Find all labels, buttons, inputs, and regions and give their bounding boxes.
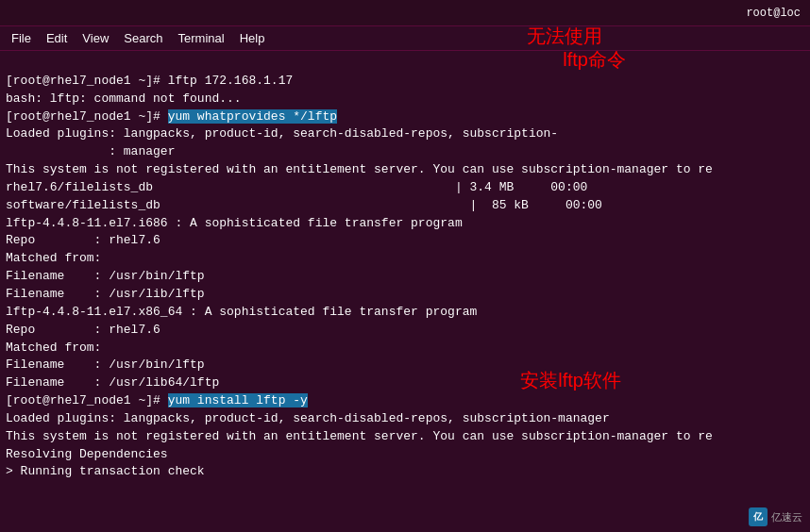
- menu-edit[interactable]: Edit: [39, 29, 75, 47]
- terminal-line-4: : manager: [6, 143, 804, 161]
- terminal-line-9: Repo : rhel7.6: [6, 232, 804, 250]
- menu-help[interactable]: Help: [232, 29, 273, 47]
- terminal-line-19: Filename : /usr/bin/lftp: [6, 357, 804, 374]
- title-bar: root@loc: [0, 0, 810, 26]
- terminal-line-10: Matched from:: [6, 250, 804, 268]
- watermark: 亿 亿速云: [749, 507, 802, 526]
- terminal-line-18: Matched from:: [6, 340, 804, 357]
- terminal-content: [root@rhel7_node1 ~]# lftp 172.168.1.17b…: [0, 51, 810, 532]
- watermark-text: 亿速云: [771, 510, 802, 524]
- terminal-line-6: rhel7.6/filelists_db | 3.4 MB 00:00: [6, 179, 804, 197]
- menu-file[interactable]: File: [4, 29, 39, 47]
- menu-terminal[interactable]: Terminal: [171, 29, 232, 47]
- terminal-line-5: This system is not registered with an en…: [6, 161, 804, 179]
- menu-view[interactable]: View: [75, 29, 116, 47]
- terminal-line-27: Resolving Dependencies: [6, 446, 804, 464]
- terminal-line-26: This system is not registered with an en…: [6, 428, 804, 446]
- menu-search[interactable]: Search: [116, 29, 170, 47]
- menu-bar: File Edit View Search Terminal Help: [0, 26, 810, 51]
- terminal-line-28: > Running transaction check: [6, 463, 804, 481]
- terminal-line-2: [root@rhel7_node1 ~]# yum whatprovides *…: [6, 108, 804, 126]
- terminal-line-3: Loaded plugins: langpacks, product-id, s…: [6, 125, 804, 143]
- terminal-line-12: Filename : /usr/lib/lftp: [6, 286, 804, 304]
- watermark-icon: 亿: [749, 507, 768, 526]
- terminal-line-16: lftp-4.4.8-11.el7.x86_64 : A sophisticat…: [6, 304, 804, 322]
- terminal-line-7: software/filelists_db | 85 kB 00:00: [6, 197, 804, 215]
- terminal-line-20: Filename : /usr/lib64/lftp: [6, 374, 804, 392]
- terminal-line-0: [root@rhel7_node1 ~]# lftp 172.168.1.17: [6, 73, 804, 91]
- terminal-line-1: bash: lftp: command not found...: [6, 91, 804, 108]
- terminal-line-25: Loaded plugins: langpacks, product-id, s…: [6, 410, 804, 428]
- terminal-line-17: Repo : rhel7.6: [6, 322, 804, 340]
- terminal-line-24: [root@rhel7_node1 ~]# yum install lftp -…: [6, 392, 804, 410]
- terminal-line-11: Filename : /usr/bin/lftp: [6, 268, 804, 286]
- terminal-line-8: lftp-4.4.8-11.el7.i686 : A sophisticated…: [6, 215, 804, 233]
- title-bar-text: root@loc: [746, 7, 801, 20]
